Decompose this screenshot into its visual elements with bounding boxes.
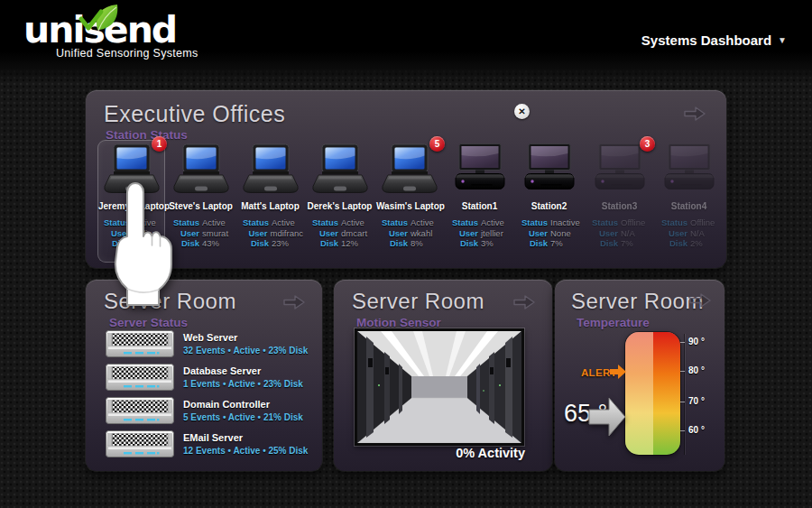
server-details: 1 Events • Active • 23% Disk (183, 379, 303, 389)
user-value: N/A (621, 228, 635, 239)
server-name: Web Server (183, 332, 308, 343)
workstation-icon (451, 143, 509, 196)
server-row-email-server[interactable]: EMail Server 12 Events • Active • 25% Di… (106, 430, 308, 457)
systems-dashboard-menu[interactable]: Systems Dashboard▼ (641, 32, 787, 48)
disk-value: 7% (550, 238, 563, 249)
server-rack-icon (106, 330, 174, 357)
user-label: User (447, 228, 478, 239)
server-details: 12 Events • Active • 25% Disk (183, 446, 308, 456)
user-label: User (307, 228, 338, 239)
station-card-station3[interactable]: 3 Station3 StatusOffline UserN/A Disk7% (586, 141, 652, 262)
current-temp-arrow-icon (587, 395, 627, 439)
disk-value: 43% (202, 238, 219, 249)
panel-title: Server Room (571, 289, 704, 314)
temperature-gauge (625, 332, 680, 455)
gauge-axis (684, 334, 685, 455)
disk-value: 2% (690, 238, 703, 249)
user-value: N/A (690, 228, 705, 239)
server-name: Domain Controller (183, 399, 303, 410)
station-card-matts-laptop[interactable]: Matt's Laptop StatusActive Usermdifranc … (237, 141, 303, 262)
server-row-domain-controller[interactable]: Domain Controller 5 Events • Active • 21… (106, 397, 303, 424)
gauge-right-half (653, 332, 681, 455)
status-value: Offline (690, 217, 715, 228)
temperature-panel: Server Room Temperature 90 ° 80 ° 70 ° 6… (555, 280, 724, 471)
user-label: User (516, 228, 548, 239)
logo-wordmark: unisend (23, 11, 231, 50)
status-value: Active (481, 217, 504, 228)
leaf-icon (70, 3, 123, 39)
disk-label: Disk (447, 238, 478, 249)
user-value: jtellier (481, 228, 503, 239)
workstation-icon (591, 143, 649, 196)
laptop-icon (242, 143, 300, 196)
server-row-web-server[interactable]: Web Server 32 Events • Active • 23% Disk (106, 330, 308, 357)
motion-sensor-panel: Server Room Motion Sensor (334, 280, 552, 471)
close-icon[interactable]: ✕ (514, 104, 530, 119)
top-header-bar: unisend Unified Sensoring Systems System… (0, 0, 812, 83)
disk-label: Disk (307, 238, 338, 249)
station-name: Station2 (516, 201, 582, 211)
station-card-dereks-laptop[interactable]: Derek's Laptop StatusActive Userdmcart D… (307, 141, 373, 262)
tick-70: 70 ° (688, 396, 705, 406)
panel-next-arrow-icon[interactable] (282, 294, 306, 310)
station-name: Wasim's Laptop (376, 201, 442, 211)
panel-next-arrow-icon[interactable] (688, 292, 712, 309)
laptop-icon (381, 143, 438, 196)
server-details: 5 Events • Active • 21% Disk (183, 412, 303, 422)
alert-badge: 3 (640, 136, 655, 152)
disk-label: Disk (586, 238, 618, 249)
status-label: Status (586, 217, 618, 228)
dashboard-stage: unisend Unified Sensoring Systems System… (0, 0, 812, 508)
activity-readout: 0% Activity (456, 446, 525, 460)
tick-60: 60 ° (688, 425, 705, 435)
tick-80: 80 ° (688, 365, 705, 375)
station-name: Matt's Laptop (237, 201, 303, 211)
alert-badge: 5 (429, 136, 445, 152)
panel-subtitle: Motion Sensor (356, 316, 441, 329)
station-name: Station1 (447, 201, 512, 211)
status-value: Active (341, 217, 364, 228)
status-value: Active (411, 217, 434, 228)
chevron-down-icon: ▼ (778, 35, 787, 45)
status-label: Status (447, 217, 478, 228)
logo-tagline: Unified Sensoring Systems (56, 47, 231, 60)
panel-next-arrow-icon[interactable] (683, 106, 706, 122)
station-card-station4[interactable]: Station4 StatusOffline UserN/A Disk2% (656, 141, 722, 262)
panel-title: Executive Offices (104, 101, 285, 127)
server-row-database-server[interactable]: Database Server 1 Events • Active • 23% … (106, 364, 303, 391)
nav-label: Systems Dashboard (641, 32, 771, 48)
disk-value: 12% (341, 238, 358, 249)
station-name: Derek's Laptop (307, 201, 373, 211)
station-name: Station4 (656, 201, 722, 211)
user-label: User (586, 228, 618, 239)
alert-arrow-icon (609, 364, 627, 380)
workstation-icon (521, 143, 578, 196)
status-value: Inactive (550, 217, 580, 228)
user-value: wkahl (411, 228, 432, 239)
station-card-station2[interactable]: Station2 StatusInactive UserNone Disk7% (516, 141, 582, 262)
unisend-logo: unisend Unified Sensoring Systems (23, 11, 231, 60)
disk-value: 8% (411, 238, 423, 249)
panel-title: Server Room (352, 289, 484, 314)
disk-label: Disk (237, 238, 269, 249)
server-rack-icon (106, 397, 174, 424)
user-value: smurat (202, 228, 228, 239)
server-name: Database Server (183, 365, 303, 376)
user-label: User (656, 228, 687, 239)
status-label: Status (656, 217, 687, 228)
disk-label: Disk (376, 238, 408, 249)
server-room-camera-image (355, 328, 524, 446)
user-value: None (550, 228, 571, 239)
server-details: 32 Events • Active • 23% Disk (183, 346, 308, 356)
server-status-panel: Server Room Server Status Web Server 32 … (86, 280, 322, 471)
station-card-station1[interactable]: Station1 StatusActive Userjtellier Disk3… (447, 141, 512, 262)
server-rack-icon (106, 430, 174, 457)
status-value: Active (272, 217, 295, 228)
status-label: Status (237, 217, 269, 228)
hand-cursor (101, 180, 182, 307)
panel-next-arrow-icon[interactable] (512, 294, 536, 310)
alert-badge: 1 (152, 136, 167, 152)
station-card-wasims-laptop[interactable]: 5 Wasim's Laptop StatusActive Userwkahl … (376, 141, 442, 262)
status-label: Status (376, 217, 408, 228)
laptop-icon (311, 143, 369, 196)
